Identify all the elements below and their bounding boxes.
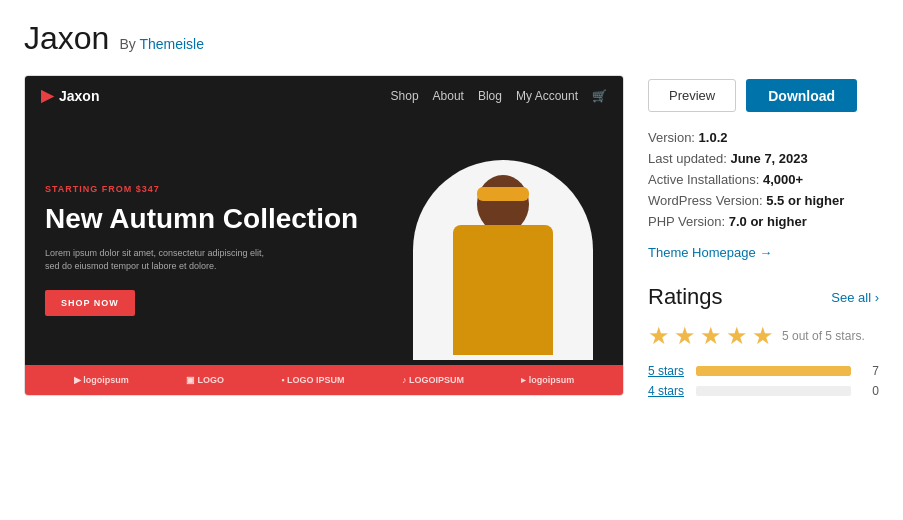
mock-nav-shop: Shop [391,89,419,103]
last-updated-value: June 7, 2023 [730,151,807,166]
theme-preview-frame: ▶ Jaxon Shop About Blog My Account 🛒 STA… [24,75,624,396]
meta-php-version: PHP Version: 7.0 or higher [648,214,879,229]
mock-hero-text: STARTING FROM $347 New Autumn Collection… [45,184,403,316]
mock-logo-item-4: ♪ LOGOIPSUM [402,375,464,385]
meta-table: Version: 1.0.2 Last updated: June 7, 202… [648,130,879,229]
meta-version: Version: 1.0.2 [648,130,879,145]
last-updated-label: Last updated: [648,151,727,166]
person-figure [423,165,583,355]
mock-logo-text: Jaxon [59,88,99,104]
star-4: ★ [726,322,748,350]
mock-logo-item-3: ▪ LOGO IPSUM [281,375,344,385]
theme-name: Jaxon [24,20,109,57]
meta-wp-version: WordPress Version: 5.5 or higher [648,193,879,208]
mock-nav-cart: 🛒 [592,89,607,103]
theme-homepage-link[interactable]: Theme Homepage → [648,245,772,260]
rating-bar-4stars: 4 stars 0 [648,384,879,398]
mock-hero: STARTING FROM $347 New Autumn Collection… [25,115,623,365]
main-content: ▶ Jaxon Shop About Blog My Account 🛒 STA… [24,75,879,404]
mock-nav-links: Shop About Blog My Account 🛒 [391,89,607,103]
preview-button[interactable]: Preview [648,79,736,112]
action-buttons: Preview Download [648,79,879,112]
rating-5stars-bar-bg [696,366,851,376]
mock-nav-blog: Blog [478,89,502,103]
preview-area: ▶ Jaxon Shop About Blog My Account 🛒 STA… [24,75,624,404]
theme-title-row: Jaxon By Themeisle [24,20,879,57]
rating-5stars-label[interactable]: 5 stars [648,364,688,378]
version-label: Version: [648,130,695,145]
stars-row: ★ ★ ★ ★ ★ 5 out of 5 stars. [648,322,879,350]
mock-logos-bar: ▶ logoipsum ▣ LOGO ▪ LOGO IPSUM ♪ LOGOIP… [25,365,623,395]
download-button[interactable]: Download [746,79,857,112]
php-version-value: 7.0 or higher [729,214,807,229]
mock-logo-icon: ▶ [41,86,53,105]
php-version-label: PHP Version: [648,214,725,229]
person-body [453,225,553,355]
mock-nav-account: My Account [516,89,578,103]
active-installs-label: Active Installations: [648,172,759,187]
mock-hero-tag: STARTING FROM $347 [45,184,393,194]
page-container: Jaxon By Themeisle ▶ Jaxon Shop About Bl… [0,0,903,520]
mock-hero-image [403,140,603,360]
version-value: 1.0.2 [699,130,728,145]
stars-label: 5 out of 5 stars. [782,329,865,343]
star-2: ★ [674,322,696,350]
star-3: ★ [700,322,722,350]
mock-hero-image-circle [413,160,593,360]
ratings-section: Ratings See all › ★ ★ ★ ★ ★ 5 out of 5 s… [648,284,879,398]
star-1: ★ [648,322,670,350]
rating-4stars-count: 0 [859,384,879,398]
see-all-link[interactable]: See all › [831,290,879,305]
mock-shop-now-button[interactable]: SHOP NOW [45,290,135,316]
star-5: ★ [752,322,774,350]
wp-version-value: 5.5 or higher [766,193,844,208]
wp-version-label: WordPress Version: [648,193,763,208]
mock-nav: ▶ Jaxon Shop About Blog My Account 🛒 [25,76,623,115]
active-installs-value: 4,000+ [763,172,803,187]
rating-5stars-bar-fill [696,366,851,376]
ratings-header: Ratings See all › [648,284,879,310]
meta-last-updated: Last updated: June 7, 2023 [648,151,879,166]
person-headband [477,187,529,201]
mock-nav-about: About [433,89,464,103]
rating-5stars-count: 7 [859,364,879,378]
mock-hero-desc: Lorem ipsum dolor sit amet, consectetur … [45,247,265,274]
mock-logo-item-2: ▣ LOGO [186,375,224,385]
rating-4stars-label[interactable]: 4 stars [648,384,688,398]
mock-logo-item-5: ▸ logoipsum [521,375,574,385]
meta-active-installs: Active Installations: 4,000+ [648,172,879,187]
theme-author: By Themeisle [119,36,204,52]
info-panel: Preview Download Version: 1.0.2 Last upd… [648,75,879,404]
mock-logo-item-1: ▶ logoipsum [74,375,129,385]
mock-site-logo: ▶ Jaxon [41,86,99,105]
rating-4stars-bar-bg [696,386,851,396]
by-text: By [119,36,135,52]
ratings-title: Ratings [648,284,723,310]
author-link[interactable]: Themeisle [139,36,204,52]
rating-bar-5stars: 5 stars 7 [648,364,879,378]
mock-hero-title: New Autumn Collection [45,204,393,235]
